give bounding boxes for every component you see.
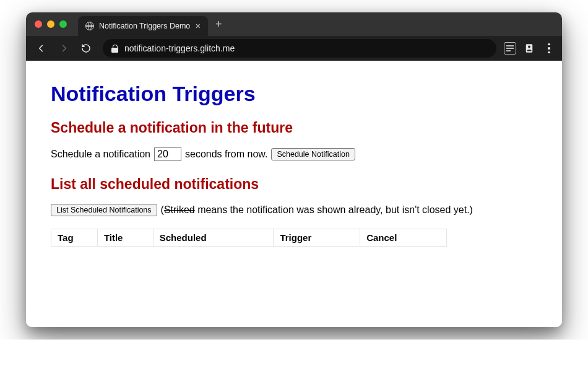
col-trigger: Trigger — [274, 229, 360, 247]
schedule-row: Schedule a notification seconds from now… — [51, 147, 537, 161]
address-bar[interactable] — [103, 39, 496, 58]
browser-tab[interactable]: Notification Triggers Demo × — [78, 16, 208, 36]
window-controls — [35, 20, 67, 28]
toolbar-actions — [504, 42, 556, 55]
tab-title: Notification Triggers Demo — [99, 22, 191, 30]
back-button[interactable] — [32, 39, 51, 58]
window-close-button[interactable] — [35, 20, 42, 28]
list-heading: List all scheduled notifications — [51, 176, 537, 193]
legend-striked: Striked — [164, 204, 195, 215]
reload-icon — [81, 43, 91, 53]
url-input[interactable] — [124, 43, 488, 53]
arrow-left-icon — [37, 43, 46, 53]
forward-button[interactable] — [54, 39, 73, 58]
reader-mode-button[interactable] — [504, 42, 516, 55]
col-scheduled: Scheduled — [153, 229, 274, 247]
window-maximize-button[interactable] — [59, 20, 67, 28]
page-content: Notification Triggers Schedule a notific… — [26, 61, 562, 327]
list-legend: (Striked means the notification was show… — [161, 204, 473, 216]
page-title: Notification Triggers — [51, 82, 537, 106]
schedule-label-before: Schedule a notification — [51, 149, 150, 160]
window-titlebar: Notification Triggers Demo × + — [26, 12, 562, 36]
arrow-right-icon — [59, 43, 69, 53]
list-row: List Scheduled Notifications (Striked me… — [51, 204, 537, 216]
browser-window: Notification Triggers Demo × + — [26, 12, 562, 327]
reload-button[interactable] — [77, 39, 95, 58]
col-tag: Tag — [51, 229, 98, 247]
browser-toolbar — [26, 36, 562, 61]
col-cancel: Cancel — [360, 229, 447, 247]
window-minimize-button[interactable] — [47, 20, 54, 28]
globe-icon — [85, 22, 94, 30]
schedule-heading: Schedule a notification in the future — [51, 120, 537, 136]
schedule-label-after: seconds from now. — [185, 149, 267, 160]
scheduled-table: Tag Title Scheduled Trigger Cancel — [51, 229, 447, 247]
list-section: List all scheduled notifications List Sc… — [51, 176, 537, 247]
profile-button[interactable] — [522, 42, 536, 55]
close-tab-button[interactable]: × — [196, 22, 201, 30]
browser-menu-button[interactable] — [542, 43, 556, 53]
col-title: Title — [97, 229, 153, 247]
schedule-section: Schedule a notification in the future Sc… — [51, 120, 537, 161]
table-header-row: Tag Title Scheduled Trigger Cancel — [51, 229, 447, 247]
new-tab-button[interactable]: + — [215, 19, 222, 30]
profile-icon — [524, 43, 535, 54]
schedule-notification-button[interactable]: Schedule Notification — [271, 148, 355, 160]
list-scheduled-button[interactable]: List Scheduled Notifications — [51, 204, 157, 216]
seconds-input[interactable] — [154, 147, 181, 161]
lock-icon — [111, 45, 118, 53]
